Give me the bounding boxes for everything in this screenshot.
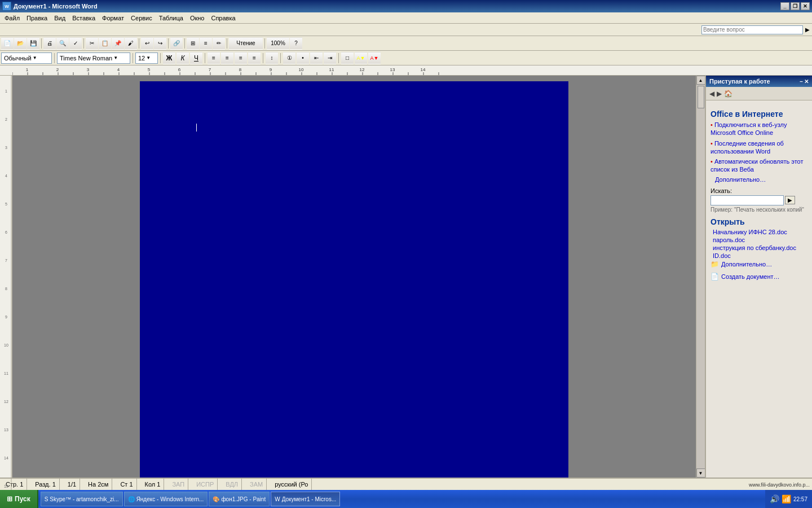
line-spacing-button[interactable]: ↕	[266, 52, 278, 64]
panel-home-button[interactable]: 🏠	[724, 90, 732, 98]
font-dropdown[interactable]: Times New Roman ▼	[57, 52, 130, 64]
numbering-button[interactable]: ①	[283, 52, 295, 64]
format-painter-button[interactable]: 🖌	[125, 37, 137, 50]
panel-header: Приступая к работе − ✕	[706, 76, 812, 87]
vertical-scrollbar[interactable]: ▲ ▼	[696, 76, 705, 478]
outside-border-button[interactable]: □	[341, 52, 354, 64]
minimize-button[interactable]: _	[780, 2, 789, 10]
separator-3	[139, 38, 139, 49]
panel-link-0[interactable]: Подключиться к веб-узлу Microsoft Office…	[710, 121, 807, 137]
align-justify-button[interactable]: ≡	[248, 52, 261, 64]
columns-button[interactable]: ≡	[200, 37, 212, 50]
start-button[interactable]: ⊞ Пуск	[0, 490, 38, 508]
menu-format[interactable]: Формат	[99, 14, 127, 23]
redo-button[interactable]: ↪	[154, 37, 166, 50]
print-preview-button[interactable]: 🔍	[56, 37, 69, 50]
panel-create-document[interactable]: 📄 Создать документ…	[710, 273, 807, 281]
drawing-button[interactable]: ✏	[213, 37, 225, 50]
network-icon[interactable]: 📶	[782, 494, 791, 503]
folder-icon: 📁	[710, 260, 719, 268]
taskbar-skype[interactable]: S Skype™ - artamonchik_zi...	[41, 492, 123, 506]
fmt-sep4	[205, 53, 205, 63]
panel-open-more[interactable]: 📁 Дополнительно…	[710, 260, 807, 268]
size-dropdown[interactable]: 12 ▼	[135, 52, 158, 64]
panel-minimize-button[interactable]: −	[800, 78, 803, 85]
svg-text:13: 13	[390, 67, 395, 72]
browser-icon: 🌐	[128, 496, 135, 502]
taskbar-word[interactable]: W Документ1 - Micros...	[271, 492, 340, 506]
align-right-button[interactable]: ≡	[235, 52, 247, 64]
cut-button[interactable]: ✂	[86, 37, 98, 50]
menu-file[interactable]: Файл	[1, 14, 23, 23]
print-button[interactable]: 🖨	[43, 37, 56, 50]
maximize-button[interactable]: ❐	[791, 2, 800, 10]
menu-window[interactable]: Окно	[187, 14, 208, 23]
font-color-button[interactable]: A▼	[368, 52, 381, 64]
status-vdl: ВДЛ	[222, 479, 242, 490]
ruler-inner: 1 2 3 4 5 6 7 8 9 10 11 12 13 14	[12, 65, 699, 75]
taskbar-items: S Skype™ - artamonchik_zi... 🌐 Яндекс - …	[38, 491, 765, 507]
style-dropdown[interactable]: Обычный ▼	[1, 52, 52, 64]
panel-more-link[interactable]: Дополнительно…	[715, 176, 807, 183]
reading-button[interactable]: Чтение	[229, 37, 263, 50]
panel-link-1[interactable]: Последние сведения об использовании Word	[710, 139, 807, 156]
table-button[interactable]: ⊞	[187, 37, 199, 50]
menu-insert[interactable]: Вставка	[69, 14, 99, 23]
menu-tools[interactable]: Сервис	[127, 14, 156, 23]
svg-text:9: 9	[5, 315, 7, 319]
menu-table[interactable]: Таблица	[156, 14, 187, 23]
underline-button[interactable]: Ч	[190, 52, 202, 64]
panel-forward-button[interactable]: ▶	[717, 90, 722, 98]
save-button[interactable]: 💾	[27, 37, 39, 50]
document-page[interactable]	[140, 81, 568, 478]
decrease-indent-button[interactable]: ⇤	[310, 52, 323, 64]
taskbar-yandex[interactable]: 🌐 Яндекс - Windows Intern...	[124, 492, 208, 506]
align-left-button[interactable]: ≡	[208, 52, 220, 64]
menu-view[interactable]: Вид	[51, 14, 69, 23]
svg-text:3: 3	[5, 146, 7, 150]
svg-text:3: 3	[87, 67, 90, 72]
paste-button[interactable]: 📌	[112, 37, 124, 50]
bold-button[interactable]: Ж	[163, 52, 175, 64]
close-button[interactable]: ✕	[801, 2, 810, 10]
panel-search-button[interactable]: ▶	[785, 196, 795, 204]
scroll-down-button[interactable]: ▼	[696, 468, 705, 478]
help-btn[interactable]: ?	[290, 37, 302, 50]
panel-link-2[interactable]: Автоматически обновлять этот список из В…	[710, 157, 807, 174]
document-container[interactable]	[12, 76, 696, 478]
panel-header-controls: − ✕	[800, 78, 809, 85]
separator-1	[41, 38, 42, 49]
scroll-track[interactable]	[696, 85, 705, 468]
zoom-dropdown[interactable]: 100%	[267, 37, 289, 50]
panel-open-file-1[interactable]: пароль.doc	[713, 237, 807, 243]
hyperlink-button[interactable]: 🔗	[170, 37, 183, 50]
italic-button[interactable]: К	[176, 52, 189, 64]
volume-icon[interactable]: 🔊	[770, 494, 779, 503]
increase-indent-button[interactable]: ⇥	[324, 52, 336, 64]
undo-button[interactable]: ↩	[141, 37, 153, 50]
bullets-button[interactable]: •	[297, 52, 309, 64]
scroll-up-button[interactable]: ▲	[696, 76, 705, 85]
open-button[interactable]: 📂	[14, 37, 27, 50]
scroll-thumb[interactable]	[698, 86, 704, 108]
panel-open-file-2[interactable]: инструкция по сбербанку.doc	[713, 244, 807, 251]
help-search-input[interactable]	[701, 25, 803, 34]
taskbar: ⊞ Пуск S Skype™ - artamonchik_zi... 🌐 Ян…	[0, 490, 812, 508]
panel-search-input[interactable]	[710, 195, 784, 205]
panel-open-file-3[interactable]: ID.doc	[713, 252, 807, 259]
svg-text:14: 14	[421, 67, 426, 72]
copy-button[interactable]: 📋	[99, 37, 111, 50]
help-search-button[interactable]: ▶	[805, 27, 810, 33]
panel-open-file-0[interactable]: Начальнику ИФНС 28.doc	[713, 229, 807, 235]
menu-edit[interactable]: Правка	[23, 14, 51, 23]
taskbar-paint[interactable]: 🎨 фон1.JPG - Paint	[209, 492, 270, 506]
toolbar-formatting: Обычный ▼ Times New Roman ▼ 12 ▼ Ж К Ч ≡…	[0, 51, 812, 65]
spellcheck-button[interactable]: ✓	[69, 37, 82, 50]
panel-close-button[interactable]: ✕	[804, 78, 809, 85]
menu-help[interactable]: Справка	[208, 14, 239, 23]
highlight-button[interactable]: A▼	[355, 52, 367, 64]
panel-back-button[interactable]: ◀	[709, 90, 714, 98]
new-button[interactable]: 📄	[1, 37, 14, 50]
align-center-button[interactable]: ≡	[221, 52, 233, 64]
svg-text:4: 4	[117, 67, 120, 72]
